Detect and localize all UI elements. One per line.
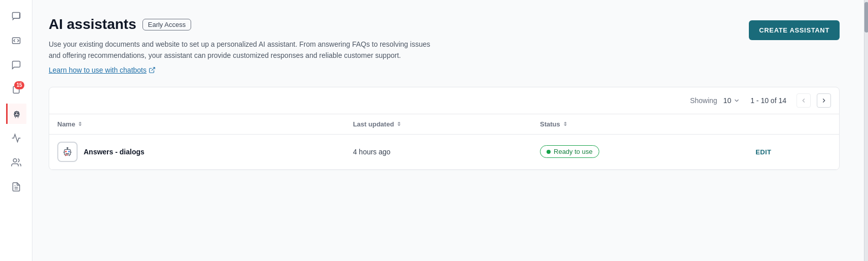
sidebar-item-chat[interactable]	[6, 6, 26, 26]
col-last-updated-label: Last updated	[353, 120, 402, 128]
sidebar: 15	[0, 0, 32, 261]
scrollbar[interactable]	[864, 0, 868, 261]
chevron-down-icon	[733, 97, 740, 104]
next-page-button[interactable]	[817, 93, 831, 108]
main-content: AI assistants Early Access Use your exis…	[32, 0, 864, 261]
tickets-badge: 15	[14, 81, 24, 89]
page-title: AI assistants	[49, 16, 136, 32]
svg-rect-0	[12, 13, 20, 19]
ai-robot-icon: AI	[61, 146, 74, 158]
title-row: AI assistants Early Access	[49, 16, 749, 32]
chevron-left-icon	[800, 97, 807, 104]
table-header-row: Name Last updated	[49, 114, 839, 135]
sidebar-item-tickets[interactable]: 15	[6, 79, 26, 100]
assistants-table: Name Last updated	[49, 114, 839, 170]
sidebar-item-messages[interactable]	[6, 55, 26, 75]
col-status-label: Status	[540, 120, 568, 128]
status-dot	[547, 150, 551, 154]
table-row: AI Answers - dialogs 4 hours ago Ready t…	[49, 134, 839, 169]
col-last-updated[interactable]: Last updated	[345, 114, 532, 135]
per-page-value: 10	[724, 96, 732, 105]
external-link-icon	[149, 67, 156, 74]
learn-link-text: Learn how to use with chatbots	[49, 66, 147, 74]
svg-line-8	[152, 68, 155, 71]
per-page-select[interactable]: 10	[724, 96, 741, 105]
status-cell: Ready to use	[532, 134, 747, 169]
sidebar-item-team[interactable]	[6, 152, 26, 173]
sidebar-item-ai-assistants[interactable]	[6, 104, 26, 124]
svg-point-4	[17, 113, 18, 114]
sort-icon	[562, 121, 568, 127]
showing-label: Showing	[690, 96, 717, 105]
status-text: Ready to use	[554, 148, 593, 155]
create-assistant-button[interactable]: CREATE ASSISTANT	[749, 20, 840, 40]
assistant-avatar: AI	[57, 142, 78, 162]
header-left: AI assistants Early Access Use your exis…	[49, 16, 749, 75]
sidebar-item-code[interactable]	[6, 30, 26, 51]
svg-text:AI: AI	[65, 153, 68, 156]
col-name[interactable]: Name	[49, 114, 345, 135]
page-header: AI assistants Early Access Use your exis…	[49, 16, 840, 75]
assistant-name-cell: AI Answers - dialogs	[49, 134, 345, 169]
svg-point-11	[68, 151, 70, 152]
col-action	[747, 114, 839, 135]
prev-page-button[interactable]	[797, 93, 811, 108]
chevron-right-icon	[820, 97, 827, 104]
pagination-info: 1 - 10 of 14	[750, 96, 786, 105]
scrollbar-thumb	[864, 2, 868, 32]
svg-point-5	[13, 159, 17, 162]
col-name-label: Name	[57, 120, 83, 128]
assistant-name-text: Answers - dialogs	[84, 148, 144, 156]
assistants-table-section: Showing 10 1 - 10 of 14	[49, 87, 840, 170]
edit-button[interactable]: EDIT	[755, 148, 771, 156]
sidebar-item-analytics[interactable]	[6, 128, 26, 148]
svg-point-3	[15, 113, 16, 114]
last-updated-cell: 4 hours ago	[345, 134, 532, 169]
table-toolbar: Showing 10 1 - 10 of 14	[49, 87, 839, 114]
svg-point-10	[65, 151, 67, 152]
sort-icon	[77, 121, 83, 127]
svg-point-12	[67, 147, 68, 148]
col-status[interactable]: Status	[532, 114, 747, 135]
status-badge: Ready to use	[540, 145, 599, 158]
sort-icon	[396, 121, 402, 127]
page-description: Use your existing documents and website …	[49, 39, 434, 61]
action-cell: EDIT	[747, 134, 839, 169]
early-access-badge: Early Access	[142, 19, 191, 30]
sidebar-item-reports[interactable]	[6, 177, 26, 197]
learn-link[interactable]: Learn how to use with chatbots	[49, 66, 156, 74]
